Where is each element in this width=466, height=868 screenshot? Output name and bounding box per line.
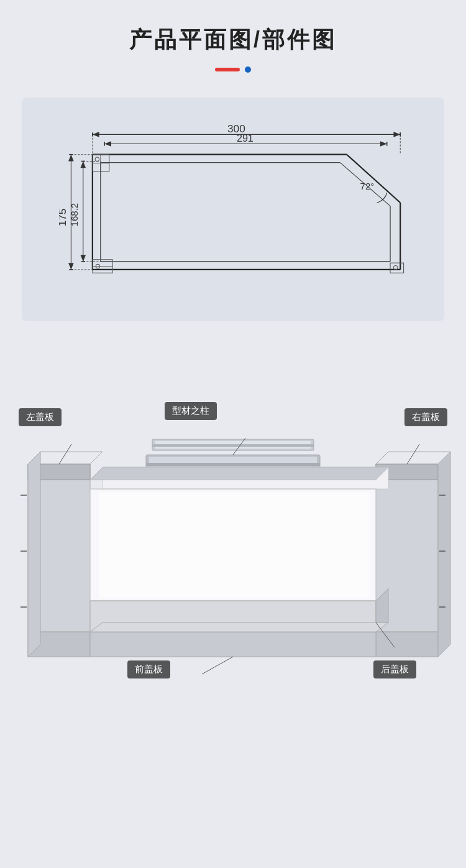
svg-marker-66 (376, 632, 438, 657)
label-right-cover: 右盖板 (404, 408, 447, 426)
svg-marker-3 (93, 132, 99, 137)
svg-marker-15 (68, 155, 74, 162)
svg-marker-60 (28, 452, 40, 657)
drawing-wrapper: 300 291 175 (59, 122, 407, 296)
svg-point-37 (95, 157, 99, 161)
svg-text:291: 291 (237, 132, 254, 144)
svg-marker-16 (68, 263, 74, 270)
tab-indicators (215, 66, 251, 73)
svg-marker-79 (90, 623, 388, 632)
svg-marker-68 (438, 452, 450, 657)
tab-inactive-indicator[interactable] (245, 66, 251, 73)
svg-line-83 (202, 657, 233, 674)
page-title: 产品平面图/部件图 (129, 25, 337, 55)
svg-rect-43 (390, 263, 404, 273)
svg-marker-9 (104, 141, 111, 147)
parts-section: 左盖板 型材之柱 右盖板 前盖板 后盖板 (0, 359, 466, 713)
label-back-cover: 后盖板 (373, 660, 416, 678)
svg-marker-4 (393, 132, 400, 137)
label-profile-column: 型材之柱 (165, 402, 217, 420)
drawing-section: 300 291 175 (22, 98, 444, 321)
svg-rect-55 (146, 463, 320, 466)
label-front-cover: 前盖板 (127, 660, 170, 678)
svg-marker-76 (90, 467, 388, 480)
svg-marker-77 (99, 492, 370, 598)
svg-text:175: 175 (59, 209, 68, 227)
svg-rect-52 (152, 444, 314, 447)
svg-line-27 (347, 155, 400, 203)
technical-drawing: 300 291 175 (59, 122, 407, 296)
svg-marker-22 (80, 255, 86, 262)
page-container: 产品平面图/部件图 300 291 (0, 0, 466, 750)
svg-marker-65 (376, 452, 450, 464)
svg-marker-10 (380, 141, 387, 147)
label-left-cover: 左盖板 (19, 408, 62, 426)
svg-text:168.2: 168.2 (69, 203, 80, 227)
svg-marker-78 (90, 632, 376, 657)
svg-text:72°: 72° (360, 181, 375, 191)
svg-marker-21 (80, 161, 86, 168)
tab-active-indicator[interactable] (215, 68, 240, 71)
